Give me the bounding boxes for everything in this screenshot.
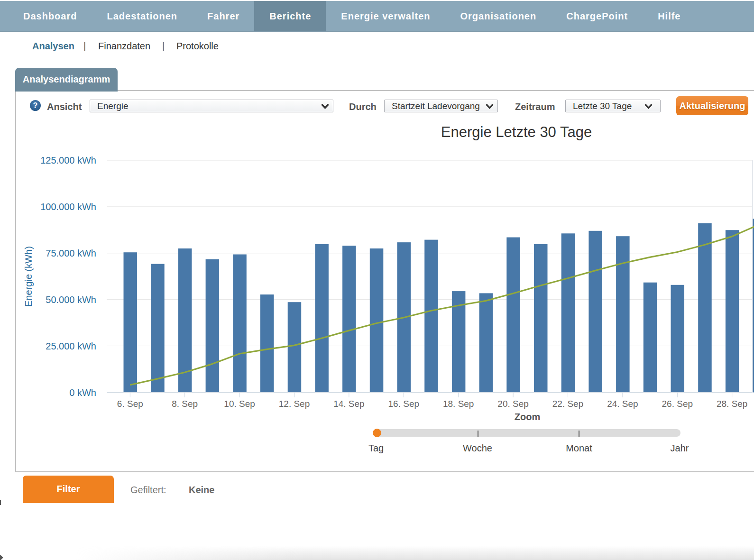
svg-text:25.000 kWh: 25.000 kWh [46,341,96,351]
svg-text:50.000 kWh: 50.000 kWh [46,294,96,305]
svg-text:100.000 kWh: 100.000 kWh [40,202,96,212]
svg-text:10. Sep: 10. Sep [224,399,255,409]
svg-text:26. Sep: 26. Sep [662,399,693,409]
svg-text:75.000 kWh: 75.000 kWh [46,248,96,258]
svg-text:12. Sep: 12. Sep [279,399,310,409]
svg-text:18. Sep: 18. Sep [443,399,474,409]
svg-text:0 kWh: 0 kWh [69,387,96,398]
svg-text:28. Sep: 28. Sep [717,399,748,409]
svg-text:Energie (kWh): Energie (kWh) [23,246,34,307]
svg-text:14. Sep: 14. Sep [333,399,365,409]
svg-text:8. Sep: 8. Sep [172,399,198,409]
svg-text:20. Sep: 20. Sep [497,399,529,409]
svg-text:16. Sep: 16. Sep [388,399,420,409]
svg-text:22. Sep: 22. Sep [552,399,584,409]
svg-text:24. Sep: 24. Sep [607,399,638,409]
svg-text:125.000 kWh: 125.000 kWh [40,155,96,165]
svg-text:6. Sep: 6. Sep [117,399,143,409]
